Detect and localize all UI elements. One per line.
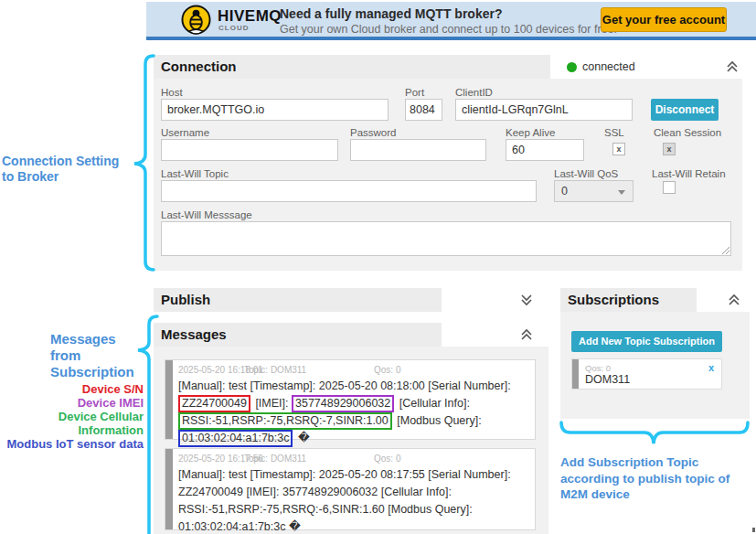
message-qos: Qos: 0	[374, 365, 400, 375]
connection-status-text: connected	[582, 55, 635, 79]
subscription-annotation: Add Subscription Topic according to publ…	[560, 454, 756, 503]
connection-title: Connection	[161, 55, 237, 79]
password-label: Password	[350, 127, 397, 138]
replacement-char: �	[298, 432, 310, 444]
legend-modbus-data: Modbus IoT sensor data	[0, 437, 144, 451]
publish-title: Publish	[161, 288, 210, 312]
cellular-info: RSSI:-51,RSRP:-75,RSRQ:-6,SINR:1.60	[178, 503, 385, 516]
modbus-data: 01:03:02:04:a1:7b:3c	[178, 520, 285, 533]
subscriptions-header: Subscriptions	[560, 288, 756, 312]
hivemq-logo-cloud-text: CLOUD	[218, 24, 249, 32]
add-new-topic-subscription-button[interactable]: Add New Topic Subscription	[571, 331, 722, 352]
messages-title: Messages	[161, 323, 227, 347]
annotation-line: according to publish topic of	[560, 471, 756, 487]
annotation-line: Connection Setting	[2, 154, 119, 169]
clientid-label: ClientID	[455, 87, 493, 98]
replacement-char: �	[289, 520, 301, 533]
messages-panel: 2025-05-20 16:18:01 Topic: DOM311 Qos: 0…	[154, 347, 548, 534]
last-will-message-label: Last-Will Messsage	[161, 209, 252, 220]
subscription-topic: DOM311	[585, 373, 630, 386]
connection-annotation: Connection Setting to Broker	[2, 154, 119, 185]
message-card: 2025-05-20 16:18:01 Topic: DOM311 Qos: 0…	[165, 359, 536, 440]
subscription-qos: Qos: 0	[585, 363, 611, 373]
hivemq-banner: HIVEMQ CLOUD Need a fully managed MQTT b…	[146, 2, 756, 40]
subscription-item: Qos: 0 DOM311 x	[571, 358, 722, 390]
keep-alive-label: Keep Alive	[506, 127, 555, 138]
messages-collapse-chevron-up-icon[interactable]	[519, 327, 534, 342]
last-will-topic-input[interactable]	[161, 180, 537, 202]
subscriptions-title: Subscriptions	[568, 288, 659, 312]
port-label: Port	[405, 87, 424, 98]
page: HIVEMQ CLOUD Need a fully managed MQTT b…	[0, 0, 756, 534]
subscriptions-collapse-chevron-up-icon[interactable]	[727, 293, 741, 307]
banner-headline: Need a fully managed MQTT broker?	[280, 6, 503, 21]
message-topic: Topic: DOM311	[244, 454, 306, 464]
message-sidebar	[165, 360, 173, 439]
dropdown-arrow-icon	[618, 190, 625, 195]
resize-handle-icon[interactable]	[720, 245, 729, 254]
annotation-line: M2M device	[560, 486, 756, 503]
annotation-line: Add Subscription Topic	[560, 454, 756, 471]
imei: 357748929006032	[282, 486, 378, 498]
hivemq-bee-logo-icon	[181, 5, 211, 35]
legend-cellular-info: Device Cellular Information	[0, 410, 144, 437]
publish-expand-chevron-down-icon[interactable]	[519, 293, 534, 307]
host-label: Host	[161, 87, 183, 98]
message-body: [Manual]: test [Timestamp]: 2025-05-20 0…	[178, 466, 529, 534]
cellular-info-highlight: RSSI:-51,RSRP:-75,RSRQ:-7,SINR:1.00	[178, 412, 392, 430]
connection-brace	[134, 56, 154, 270]
subscription-brace	[561, 422, 748, 443]
last-will-message-textarea[interactable]	[161, 221, 731, 256]
last-will-qos-select[interactable]: 0	[554, 180, 634, 202]
connection-panel: Host Port ClientID Disconnect Username P…	[154, 79, 742, 271]
publish-header: Publish	[154, 288, 548, 312]
legend-device-sn: Device S/N	[0, 382, 144, 396]
username-input[interactable]	[161, 139, 338, 161]
last-will-topic-label: Last-Will Topic	[161, 168, 229, 179]
subscription-close-icon[interactable]: x	[708, 362, 714, 373]
cellular-label: [Cellular Info]:	[381, 486, 452, 498]
connection-header: Connection connected	[154, 55, 742, 79]
message-line: [Manual]: test [Timestamp]: 2025-05-20 0…	[178, 378, 529, 395]
last-will-retain-checkbox[interactable]	[663, 181, 676, 194]
annotation-line: from	[50, 347, 134, 364]
ssl-label: SSL	[604, 127, 624, 138]
annotation-line: Messages	[50, 331, 134, 347]
subscriptions-panel: Add New Topic Subscription Qos: 0 DOM311…	[560, 312, 750, 419]
connection-collapse-chevron-up-icon[interactable]	[725, 59, 740, 74]
imei-highlight: 357748929006032	[292, 395, 394, 412]
modbus-label: [Modbus Query]:	[388, 503, 472, 516]
port-input[interactable]	[405, 99, 442, 121]
password-input[interactable]	[350, 139, 486, 161]
message-card: 2025-05-20 16:17:56 Topic: DOM311 Qos: 0…	[165, 448, 536, 530]
imei-label: [IMEI]:	[255, 397, 288, 410]
message-sidebar	[165, 449, 173, 529]
banner-subline: Get your own Cloud broker and connect up…	[280, 23, 617, 36]
keep-alive-input[interactable]	[506, 139, 584, 161]
message-line: [Manual]: test [Timestamp]: 2025-05-20 0…	[178, 466, 529, 484]
clean-session-label: Clean Session	[654, 127, 721, 138]
messages-header: Messages	[154, 323, 548, 347]
connected-status-dot-icon	[567, 62, 577, 72]
last-will-qos-value: 0	[561, 185, 568, 198]
clientid-input[interactable]	[455, 99, 633, 121]
modbus-data-highlight: 01:03:02:04:a1:7b:3c	[178, 430, 293, 447]
imei-label: [IMEI]:	[246, 486, 279, 498]
last-will-retain-label: Last-Will Retain	[652, 168, 726, 179]
message-field-legend: Device S/N Device IMEI Device Cellular I…	[0, 382, 144, 451]
disconnect-button[interactable]: Disconnect	[651, 99, 719, 121]
annotation-line: to Broker	[2, 169, 119, 185]
get-free-account-button[interactable]: Get your free account	[601, 7, 727, 32]
hivemq-logo-text: HIVEMQ	[218, 7, 282, 26]
subscription-sidebar	[572, 359, 579, 389]
message-body: [Manual]: test [Timestamp]: 2025-05-20 0…	[178, 378, 529, 447]
ssl-checkbox[interactable]: x	[612, 143, 625, 155]
host-input[interactable]	[161, 99, 389, 121]
serial-number-highlight: ZZ24700049	[178, 395, 250, 412]
modbus-label: [Modbus Query]:	[397, 414, 481, 427]
annotation-line: Subscription	[50, 364, 134, 380]
clean-session-checkbox[interactable]: x	[663, 143, 676, 155]
serial-number: ZZ24700049	[178, 486, 243, 498]
message-qos: Qos: 0	[374, 454, 400, 464]
username-label: Username	[161, 127, 209, 138]
